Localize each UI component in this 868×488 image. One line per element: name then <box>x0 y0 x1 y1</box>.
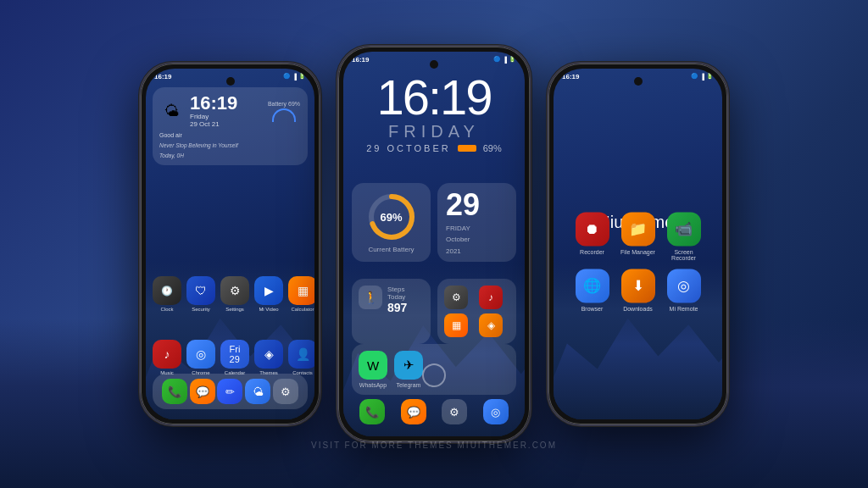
list-item[interactable]: ◈ Themes <box>254 340 283 375</box>
camera-notch-center <box>430 60 438 69</box>
weather-icon: 🌤 <box>159 98 185 124</box>
dock-weather-icon[interactable]: 🌤 <box>245 379 270 404</box>
battery-donut-label: 69% <box>380 211 402 224</box>
list-item[interactable]: 👤 Contacts <box>288 340 314 375</box>
settings-icon: ⚙ <box>220 276 249 305</box>
date-detail-month: October <box>446 236 508 243</box>
center-time-display: 16:19 FRIDAY 29 OCTOBER 69% <box>343 73 525 153</box>
camera-notch-left <box>226 77 235 86</box>
whatsapp-item[interactable]: W WhatsApp <box>359 351 387 388</box>
browser-label: Browser <box>581 305 604 311</box>
center-date-row: 29 OCTOBER 69% <box>343 143 525 153</box>
calendar-icon: Fri29 <box>220 340 249 369</box>
security-icon: 🛡 <box>186 276 215 305</box>
center-day: FRIDAY <box>343 122 525 141</box>
status-icons-center: 🔵 ▐ 🔋 <box>493 56 516 63</box>
phone-left: 16:19 🔵 ▐ 🔋 🌤 16:19 Friday 29 Oct 21 <box>139 62 321 426</box>
list-item[interactable]: ▶ Mi Video <box>254 276 283 312</box>
bluetooth-icon-r: 🔵 <box>691 73 698 80</box>
miremote-icon: ◎ <box>667 269 701 302</box>
signal-icon-c: ▐ <box>503 57 507 63</box>
quote-text: Never Stop Believing in Yourself <box>159 142 301 148</box>
status-time-right: 16:19 <box>562 73 579 80</box>
phone-center-screen: 16:19 🔵 ▐ 🔋 16:19 FRIDAY 29 OCTOBER 69% <box>343 52 525 436</box>
security-label: Security <box>192 307 210 312</box>
battery-label-left: Battery 69% <box>268 101 300 107</box>
battery-arc <box>272 108 296 122</box>
signal-icon: ▐ <box>292 74 297 80</box>
dock-center-settings[interactable]: ⚙ <box>442 399 467 424</box>
phone-right: 16:19 🔵 ▐ 🔋 Miuithemer ⏺ Recorder <box>547 62 729 426</box>
date-widget-center: 29 FRIDAY October 2021 <box>437 183 516 262</box>
orange-app-icon[interactable]: ◈ <box>479 313 503 337</box>
steps-widget: 🚶 Steps Today 897 <box>352 279 431 344</box>
filemanager-icon: 📁 <box>621 212 655 246</box>
clock-label: Clock <box>160 307 173 312</box>
time-big-left: 16:19 <box>190 94 262 113</box>
whatsapp-label: WhatsApp <box>359 382 387 388</box>
date-left: 29 Oct 21 <box>190 120 262 128</box>
date-detail-day: FRIDAY <box>446 225 508 232</box>
camera-notch-right <box>634 77 643 86</box>
phone-left-screen: 16:19 🔵 ▐ 🔋 🌤 16:19 Friday 29 Oct 21 <box>146 69 314 419</box>
list-item[interactable]: ⏺ Recorder <box>574 212 611 260</box>
music-small-icon[interactable]: ♪ <box>479 286 503 309</box>
list-item[interactable]: ◎ Mi Remote <box>665 269 703 311</box>
dock-phone-icon[interactable]: 📞 <box>162 379 187 404</box>
list-item[interactable]: ♪ Music <box>153 340 181 375</box>
list-item[interactable]: Fri29 Calendar <box>220 340 249 375</box>
dock-message-icon[interactable]: 💬 <box>190 379 215 404</box>
app-grid-row2: ♪ Music ◎ Chrome Fri29 Calendar ◈ Themes… <box>153 340 308 375</box>
downloads-label: Downloads <box>623 305 653 311</box>
list-item[interactable]: 🌐 Browser <box>574 269 611 311</box>
battery-donut: 69% <box>366 191 417 242</box>
orange-bar <box>458 145 476 152</box>
steps-count: 897 <box>387 301 424 314</box>
chrome-icon: ◎ <box>186 340 215 369</box>
watermark: VISIT FOR MORE THEMES MIUITHEMER.COM <box>311 441 557 450</box>
list-item[interactable]: 📁 File Manager <box>620 212 657 260</box>
recorder-label: Recorder <box>580 248 604 254</box>
list-item[interactable]: ◎ Chrome <box>186 340 215 375</box>
calculator-icon: ▦ <box>288 276 314 305</box>
contacts-icon: 👤 <box>288 340 314 369</box>
battery-icon-c: 🔋 <box>509 56 516 63</box>
miremote-label: Mi Remote <box>670 305 698 311</box>
dock-center-msg[interactable]: 💬 <box>401 399 426 424</box>
themes-icon: ◈ <box>254 340 283 369</box>
air-quality: Good air <box>159 132 301 138</box>
list-item[interactable]: ⚙ Settings <box>220 276 249 312</box>
mivideo-icon: ▶ <box>254 276 283 305</box>
battery-icon: 🔋 <box>298 73 306 80</box>
dock-center-phone[interactable]: 📞 <box>359 399 385 424</box>
dock-notes-icon[interactable]: ✏ <box>217 379 242 404</box>
dock-center-chrome[interactable]: ◎ <box>483 399 509 424</box>
screenrec-icon: 📹 <box>667 212 701 246</box>
signal-icon-r: ▐ <box>700 74 704 80</box>
telegram-item[interactable]: ✈ Telegram <box>394 351 423 388</box>
home-button-center[interactable] <box>422 363 446 387</box>
telegram-icon: ✈ <box>394 351 423 380</box>
settings-small-icon[interactable]: ⚙ <box>444 286 468 309</box>
app-grid-row1: 🕐 Clock 🛡 Security ⚙ Settings ▶ Mi Video… <box>153 276 308 312</box>
list-item[interactable]: ⬇ Downloads <box>620 269 657 311</box>
dock-settings-icon[interactable]: ⚙ <box>273 379 298 404</box>
list-item[interactable]: 🕐 Clock <box>153 276 181 312</box>
apps-widget-center: ⚙ ♪ ▦ ◈ <box>437 279 516 344</box>
calc-small-icon[interactable]: ▦ <box>444 313 468 337</box>
status-icons-left: 🔵 ▐ 🔋 <box>283 73 306 80</box>
telegram-label: Telegram <box>397 382 421 388</box>
clock-icon: 🕐 <box>153 276 181 305</box>
time-display-left: 16:19 Friday 29 Oct 21 <box>190 94 262 128</box>
status-time-left: 16:19 <box>154 73 171 80</box>
list-item[interactable]: ▦ Calculator <box>288 276 314 312</box>
dock-left: 📞 💬 ✏ 🌤 ⚙ <box>153 374 308 409</box>
date-num: 29 <box>446 190 508 220</box>
phone-center: 16:19 🔵 ▐ 🔋 16:19 FRIDAY 29 OCTOBER 69% <box>337 45 531 443</box>
list-item[interactable]: 📹 Screen Recorder <box>665 212 703 260</box>
recorder-icon: ⏺ <box>576 212 609 246</box>
dock-center: 📞 💬 ⚙ ◎ <box>352 399 516 424</box>
music-icon: ♪ <box>153 340 181 369</box>
calculator-label: Calculator <box>291 307 314 312</box>
list-item[interactable]: 🛡 Security <box>186 276 215 312</box>
